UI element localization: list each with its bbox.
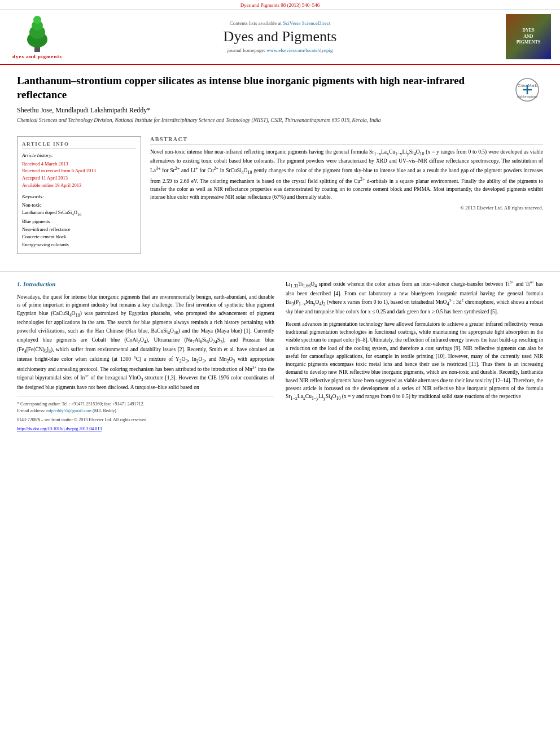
email-name: (M.I. Reddy). xyxy=(93,408,117,413)
abstract-header: Abstract xyxy=(150,136,543,145)
author-email-link[interactable]: mlpreddy55@gmail.com xyxy=(46,408,91,413)
keyword-4: Near-infrared reflectance xyxy=(22,226,136,234)
keyword-2: Lanthanum doped SrCuSi4O10 xyxy=(22,209,136,218)
received-revised-date: Received in revised form 6 April 2013 xyxy=(22,167,136,174)
title-crossmark-wrapper: Lanthanum–strontium copper silicates as … xyxy=(17,74,543,130)
homepage-link[interactable]: www.elsevier.com/locate/dyepig xyxy=(266,47,333,53)
intro-para-1: Nowadays, the quest for intense blue ino… xyxy=(17,293,274,391)
info-abstract-columns: Article info Article history: Received 4… xyxy=(17,136,543,254)
keywords-section: Keywords: Non-toxic Lanthanum doped SrCu… xyxy=(22,194,136,249)
body-text-columns: 1. Introduction Nowadays, the quest for … xyxy=(0,279,560,433)
intro-para-3: Recent advances in pigmentation technolo… xyxy=(286,320,543,402)
dyes-pigments-logo-box: dyesandpigments xyxy=(506,14,551,59)
keywords-title: Keywords: xyxy=(22,194,136,199)
article-title-area: Lanthanum–strontium copper silicates as … xyxy=(17,74,509,130)
svg-point-4 xyxy=(33,16,41,24)
homepage-label: journal homepage: xyxy=(228,47,265,53)
keyword-3: Blue pigments xyxy=(22,218,136,226)
copyright-line: © 2013 Elsevier Ltd. All rights reserved… xyxy=(150,205,543,211)
article-title: Lanthanum–strontium copper silicates as … xyxy=(17,74,509,102)
journal-title: Dyes and Pigments xyxy=(65,28,495,45)
footnote-star: * Corresponding author. Tel.: +91471 251… xyxy=(17,401,274,408)
sciverse-prefix: Contents lists available at xyxy=(230,20,283,26)
journal-citation-text: Dyes and Pigments 98 (2013) 540–546 xyxy=(240,2,320,8)
article-content-area: Lanthanum–strontium copper silicates as … xyxy=(0,65,560,263)
crossmark-svg: CrossMark click for updates xyxy=(515,77,540,102)
journal-center-info: Contents lists available at SciVerse Sci… xyxy=(65,20,495,53)
doi-line: http://dx.doi.org/10.1016/j.dyepig.2013.… xyxy=(17,426,274,433)
svg-text:click for updates: click for updates xyxy=(517,95,538,98)
intro-section-title: 1. Introduction xyxy=(17,279,274,289)
doi-link[interactable]: http://dx.doi.org/10.1016/j.dyepig.2013.… xyxy=(17,426,102,431)
body-col-left: 1. Introduction Nowadays, the quest for … xyxy=(17,279,274,433)
keyword-5: Concrete cement block xyxy=(22,233,136,241)
intro-para-2: Li1.33Ti1.66O4 spinel oxide wherein the … xyxy=(286,279,543,316)
accepted-date: Accepted 11 April 2013 xyxy=(22,174,136,182)
article-info-box: Article info Article history: Received 4… xyxy=(17,136,141,254)
email-label: E-mail address: xyxy=(17,408,45,413)
journal-citation: Dyes and Pigments 98 (2013) 540–546 xyxy=(0,0,560,10)
journal-logo-right: dyesandpigments xyxy=(495,14,551,59)
article-affiliation: Chemical Sciences and Technology Divisio… xyxy=(17,117,509,124)
footnote-email: E-mail address: mlpreddy55@gmail.com (M.… xyxy=(17,408,274,414)
available-date: Available online 19 April 2013 xyxy=(22,182,136,189)
corresponding-author-footnote: * Corresponding author. Tel.: +91471 251… xyxy=(17,401,274,414)
abstract-section: Abstract Novel non-toxic intense blue ne… xyxy=(150,136,543,211)
journal-homepage: journal homepage: www.elsevier.com/locat… xyxy=(65,47,495,53)
issn-line: 0143-7208/$ – see front matter © 2013 El… xyxy=(17,417,274,423)
abstract-text: Novel non-toxic intense blue near-infrar… xyxy=(150,148,543,202)
body-col-right: Li1.33Ti1.66O4 spinel oxide wherein the … xyxy=(286,279,543,433)
section-divider xyxy=(0,271,560,272)
keyword-6: Energy-saving colorants xyxy=(22,241,136,249)
elsevier-brand-text: dyes and pigments xyxy=(12,54,62,59)
keyword-1: Non-toxic xyxy=(22,202,136,209)
article-info-header: Article info xyxy=(22,141,136,149)
elsevier-logo-area: dyes and pigments xyxy=(9,14,65,59)
journal-header: dyes and pigments Contents lists availab… xyxy=(0,10,560,65)
crossmark-icon[interactable]: CrossMark click for updates xyxy=(515,77,543,103)
article-authors: Sheethu Jose, Mundlapudi Lakshmipathi Re… xyxy=(17,106,509,115)
article-history: Article history: Received 4 March 2013 R… xyxy=(22,152,136,189)
article-info-column: Article info Article history: Received 4… xyxy=(17,136,141,254)
sciverse-info: Contents lists available at SciVerse Sci… xyxy=(65,20,495,26)
sciverse-link[interactable]: SciVerse ScienceDirect xyxy=(283,20,330,26)
history-title: Article history: xyxy=(22,152,136,158)
elsevier-tree-icon xyxy=(20,14,54,54)
abstract-column: Abstract Novel non-toxic intense blue ne… xyxy=(150,136,543,254)
received-date: Received 4 March 2013 xyxy=(22,160,136,168)
footnote-divider xyxy=(17,396,274,396)
